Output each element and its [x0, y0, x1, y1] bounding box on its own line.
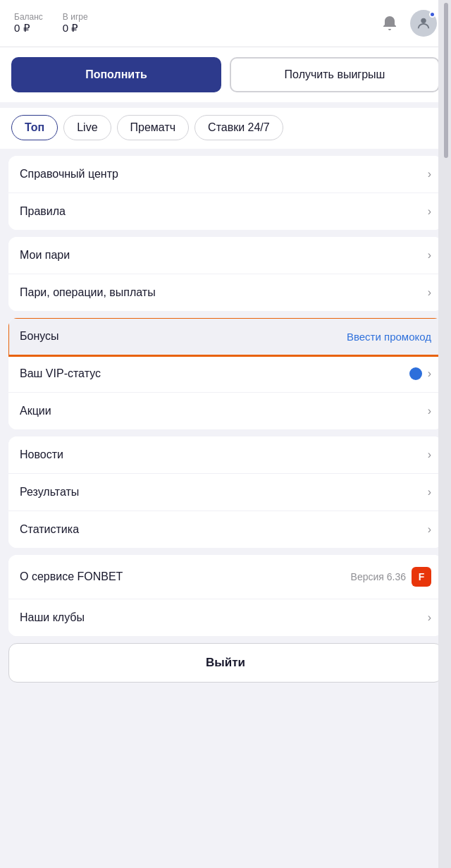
tabs-section: Топ Live Прематч Ставки 24/7 — [0, 108, 451, 149]
chevron-icon: › — [428, 205, 431, 218]
in-game-label: В игре — [63, 12, 88, 22]
menu-item-clubs-right: › — [428, 611, 431, 624]
chevron-icon: › — [428, 611, 431, 624]
menu-item-news-label: Новости — [20, 448, 63, 461]
chevron-icon: › — [428, 486, 431, 499]
menu-item-results-label: Результаты — [20, 486, 79, 499]
menu-item-stats-right: › — [428, 523, 431, 536]
fonbet-logo-icon: F — [412, 567, 431, 587]
menu-item-rules-right: › — [428, 205, 431, 218]
chevron-icon: › — [428, 286, 431, 299]
chevron-icon: › — [428, 168, 431, 181]
balance-value: 0 ₽ — [14, 22, 43, 35]
menu-item-bonuses-right: Ввести промокод — [347, 331, 431, 343]
menu-item-about[interactable]: О сервисе FONBET Версия 6.36 F — [8, 555, 443, 599]
balance-item-ingame: В игре 0 ₽ — [63, 12, 88, 35]
menu-item-about-label: О сервисе FONBET — [20, 570, 123, 583]
menu-item-vip-label: Ваш VIP-статус — [20, 367, 101, 380]
bell-icon[interactable] — [376, 10, 403, 37]
scrollbar[interactable] — [438, 0, 451, 868]
chevron-icon: › — [428, 367, 431, 380]
menu-item-rules[interactable]: Правила › — [8, 193, 443, 230]
menu-item-results-right: › — [428, 486, 431, 499]
menu-item-operations[interactable]: Пари, операции, выплаты › — [8, 274, 443, 311]
header-icons — [376, 10, 437, 37]
menu-item-help-label: Справочный центр — [20, 168, 118, 181]
menu-item-rules-label: Правила — [20, 205, 66, 218]
logout-section: Выйти — [8, 643, 443, 683]
logout-button[interactable]: Выйти — [8, 643, 443, 683]
withdraw-button[interactable]: Получить выигрыш — [230, 57, 440, 92]
menu-item-vip[interactable]: Ваш VIP-статус › — [8, 355, 443, 393]
chevron-icon: › — [428, 448, 431, 461]
menu-section-bonuses: Бонусы Ввести промокод Ваш VIP-статус › … — [8, 318, 443, 429]
balance-section: Баланс 0 ₽ В игре 0 ₽ — [14, 12, 88, 35]
menu-section-news: Новости › Результаты › Статистика › — [8, 436, 443, 548]
menu-section-info: Справочный центр › Правила › — [8, 156, 443, 230]
header: Баланс 0 ₽ В игре 0 ₽ — [0, 0, 451, 47]
version-label: Версия 6.36 — [351, 571, 406, 582]
menu-item-clubs[interactable]: Наши клубы › — [8, 599, 443, 636]
menu-item-my-bets-label: Мои пари — [20, 249, 70, 262]
menu-item-clubs-label: Наши клубы — [20, 611, 85, 624]
deposit-button[interactable]: Пополнить — [11, 57, 221, 92]
menu-item-bonuses[interactable]: Бонусы Ввести промокод — [8, 318, 443, 355]
balance-item-main: Баланс 0 ₽ — [14, 12, 43, 35]
chevron-icon: › — [428, 523, 431, 536]
menu-item-about-right: Версия 6.36 F — [351, 567, 431, 587]
menu-item-results[interactable]: Результаты › — [8, 474, 443, 511]
scrollbar-thumb — [444, 3, 448, 158]
menu-item-vip-right: › — [409, 367, 431, 380]
tab-prematch[interactable]: Прематч — [117, 115, 190, 140]
tab-live[interactable]: Live — [63, 115, 111, 140]
notification-dot — [429, 11, 435, 18]
menu-item-news[interactable]: Новости › — [8, 436, 443, 474]
menu-item-promotions[interactable]: Акции › — [8, 393, 443, 429]
menu-item-operations-label: Пари, операции, выплаты — [20, 286, 156, 299]
vip-dot-icon — [409, 367, 422, 380]
menu-item-news-right: › — [428, 448, 431, 461]
action-buttons: Пополнить Получить выигрыш — [0, 47, 451, 102]
promo-code-link[interactable]: Ввести промокод — [347, 331, 431, 343]
menu-item-operations-right: › — [428, 286, 431, 299]
balance-label: Баланс — [14, 12, 43, 22]
menu-item-bonuses-label: Бонусы — [20, 330, 59, 343]
menu-item-promotions-label: Акции — [20, 405, 51, 417]
menu-item-my-bets[interactable]: Мои пари › — [8, 237, 443, 274]
tab-top[interactable]: Топ — [11, 115, 58, 140]
tab-bets247[interactable]: Ставки 24/7 — [194, 115, 283, 140]
menu-section-bets: Мои пари › Пари, операции, выплаты › — [8, 237, 443, 311]
in-game-value: 0 ₽ — [63, 22, 88, 35]
menu-section-about: О сервисе FONBET Версия 6.36 F Наши клуб… — [8, 555, 443, 636]
chevron-icon: › — [428, 405, 431, 417]
svg-point-0 — [421, 18, 426, 23]
chevron-icon: › — [428, 249, 431, 262]
menu-item-help[interactable]: Справочный центр › — [8, 156, 443, 193]
menu-item-promotions-right: › — [428, 405, 431, 417]
menu-item-my-bets-right: › — [428, 249, 431, 262]
menu-item-help-right: › — [428, 168, 431, 181]
menu-item-stats-label: Статистика — [20, 523, 79, 536]
user-icon[interactable] — [410, 10, 437, 37]
menu-item-stats[interactable]: Статистика › — [8, 511, 443, 548]
